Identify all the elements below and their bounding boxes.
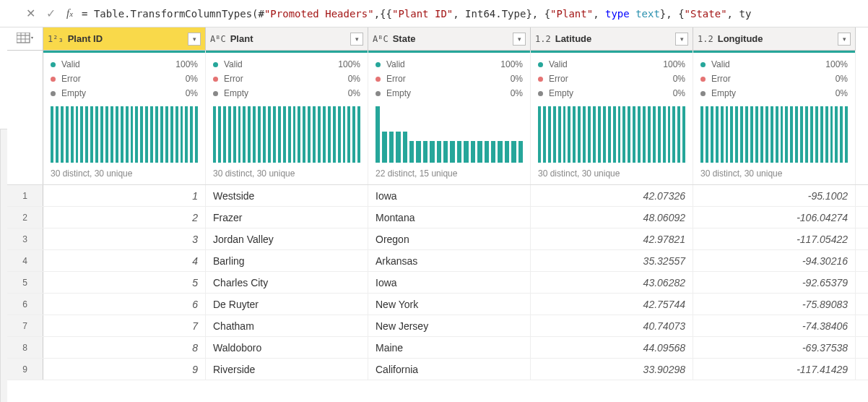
cell-state[interactable]: Iowa xyxy=(368,272,531,293)
column-filter-dropdown[interactable]: ▾ xyxy=(350,33,363,46)
row-number[interactable]: 7 xyxy=(7,315,43,336)
cell-plant-id[interactable]: 2 xyxy=(43,207,206,228)
cell-state[interactable]: Maine xyxy=(368,337,531,358)
cell-plant[interactable]: Frazer xyxy=(206,207,368,228)
formula-input[interactable]: = Table.TransformColumnTypes(#"Promoted … xyxy=(79,8,864,20)
cell-latitude[interactable]: 42.97821 xyxy=(531,228,693,249)
column-name: Latitude xyxy=(555,33,675,44)
column-filter-dropdown[interactable]: ▾ xyxy=(675,33,688,46)
cell-state[interactable]: Iowa xyxy=(368,185,531,206)
table-row[interactable]: 66De RuyterNew York42.75744-75.89083 xyxy=(7,294,868,315)
cell-latitude[interactable]: 40.74073 xyxy=(531,315,693,336)
cell-plant[interactable]: Westside xyxy=(206,185,368,206)
error-label: Error xyxy=(549,72,673,86)
column-name: State xyxy=(393,33,513,44)
cell-longitude[interactable]: -106.04274 xyxy=(693,207,856,228)
cell-latitude[interactable]: 48.06092 xyxy=(531,207,693,228)
column-header-plant[interactable]: AᴮCPlant▾ xyxy=(206,27,368,51)
cell-plant[interactable]: Riverside xyxy=(206,359,368,380)
distinct-summary: 30 distinct, 30 unique xyxy=(51,168,198,179)
cell-state[interactable]: Oregon xyxy=(368,228,531,249)
type-icon[interactable]: AᴮC xyxy=(210,34,226,44)
cell-latitude[interactable]: 35.32557 xyxy=(531,250,693,271)
empty-label: Empty xyxy=(224,86,348,100)
type-icon[interactable]: AᴮC xyxy=(373,34,389,44)
cell-latitude[interactable]: 33.90298 xyxy=(531,359,693,380)
cell-plant-id[interactable]: 7 xyxy=(43,315,206,336)
cell-longitude[interactable]: -95.1002 xyxy=(693,185,856,206)
column-header-state[interactable]: AᴮCState▾ xyxy=(368,27,531,51)
distinct-summary: 30 distinct, 30 unique xyxy=(700,168,848,179)
cell-longitude[interactable]: -69.37538 xyxy=(693,337,856,358)
column-header-latitude[interactable]: 1.2Latitude▾ xyxy=(531,27,693,51)
apply-formula-button[interactable]: ✓ xyxy=(40,4,61,24)
distinct-summary: 30 distinct, 30 unique xyxy=(213,168,360,179)
cell-longitude[interactable]: -94.30216 xyxy=(693,250,856,271)
table-row[interactable]: 33Jordan ValleyOregon42.97821-117.05422 xyxy=(7,228,868,250)
cancel-formula-button[interactable]: ✕ xyxy=(20,4,40,24)
table-row[interactable]: 77ChathamNew Jersey40.74073-74.38406 xyxy=(7,315,868,337)
type-icon[interactable]: 1.2 xyxy=(535,34,551,44)
cell-longitude[interactable]: -92.65379 xyxy=(693,272,856,293)
type-icon[interactable]: 1²₃ xyxy=(48,34,64,44)
cell-state[interactable]: New Jersey xyxy=(368,315,531,336)
cell-longitude[interactable]: -74.38406 xyxy=(693,315,856,336)
cell-plant-id[interactable]: 8 xyxy=(43,337,206,358)
row-number[interactable]: 9 xyxy=(7,359,43,380)
cell-latitude[interactable]: 44.09568 xyxy=(531,337,693,358)
valid-label: Valid xyxy=(549,57,663,72)
cell-latitude[interactable]: 42.07326 xyxy=(531,185,693,206)
cell-state[interactable]: New York xyxy=(368,294,531,315)
column-profile: Valid100%Error0%Empty0%30 distinct, 30 u… xyxy=(531,51,693,184)
row-number[interactable]: 1 xyxy=(7,185,43,206)
row-number[interactable]: 8 xyxy=(7,337,43,358)
cell-plant[interactable]: De Ruyter xyxy=(206,294,368,315)
cell-plant[interactable]: Barling xyxy=(206,250,368,271)
cell-plant-id[interactable]: 6 xyxy=(43,294,206,315)
cell-latitude[interactable]: 43.06282 xyxy=(531,272,693,293)
table-row[interactable]: 88WaldoboroMaine44.09568-69.37538 xyxy=(7,337,868,359)
row-number[interactable]: 6 xyxy=(7,294,43,315)
column-filter-dropdown[interactable]: ▾ xyxy=(513,33,526,46)
cell-plant-id[interactable]: 5 xyxy=(43,272,206,293)
table-row[interactable]: 55Charles CityIowa43.06282-92.65379 xyxy=(7,272,868,294)
cell-plant[interactable]: Charles City xyxy=(206,272,368,293)
table-icon[interactable] xyxy=(7,27,43,51)
cell-longitude[interactable]: -117.41429 xyxy=(693,359,856,380)
row-number[interactable]: 4 xyxy=(7,250,43,271)
column-filter-dropdown[interactable]: ▾ xyxy=(838,33,851,46)
row-number[interactable]: 2 xyxy=(7,207,43,228)
valid-label: Valid xyxy=(711,57,825,72)
cell-plant-id[interactable]: 4 xyxy=(43,250,206,271)
column-header-longitude[interactable]: 1.2Longitude▾ xyxy=(693,27,856,51)
cell-state[interactable]: California xyxy=(368,359,531,380)
cell-plant-id[interactable]: 9 xyxy=(43,359,206,380)
column-header-plant-id[interactable]: 1²₃Plant ID▾ xyxy=(43,27,206,51)
fx-icon[interactable]: fx xyxy=(61,7,79,20)
table-row[interactable]: 44BarlingArkansas35.32557-94.30216 xyxy=(7,250,868,272)
row-number[interactable]: 5 xyxy=(7,272,43,293)
cell-plant-id[interactable]: 3 xyxy=(43,228,206,249)
left-sidebar-tab[interactable] xyxy=(0,129,7,402)
row-number[interactable]: 3 xyxy=(7,228,43,249)
cell-plant[interactable]: Chatham xyxy=(206,315,368,336)
cell-longitude[interactable]: -117.05422 xyxy=(693,228,856,249)
cell-plant-id[interactable]: 1 xyxy=(43,185,206,206)
cell-state[interactable]: Montana xyxy=(368,207,531,228)
cell-plant[interactable]: Waldoboro xyxy=(206,337,368,358)
cell-latitude[interactable]: 42.75744 xyxy=(531,294,693,315)
type-icon[interactable]: 1.2 xyxy=(698,34,713,44)
empty-label: Empty xyxy=(711,86,836,100)
empty-label: Empty xyxy=(386,86,511,100)
distribution-histogram xyxy=(700,106,848,163)
column-name: Plant ID xyxy=(68,33,188,44)
column-filter-dropdown[interactable]: ▾ xyxy=(188,33,201,46)
table-row[interactable]: 22FrazerMontana48.06092-106.04274 xyxy=(7,207,868,228)
table-row[interactable]: 99RiversideCalifornia33.90298-117.41429 xyxy=(7,359,868,380)
column-name: Longitude xyxy=(718,33,838,44)
column-profile: Valid100%Error0%Empty0%30 distinct, 30 u… xyxy=(43,51,206,184)
cell-state[interactable]: Arkansas xyxy=(368,250,531,271)
table-row[interactable]: 11WestsideIowa42.07326-95.1002 xyxy=(7,185,868,207)
cell-longitude[interactable]: -75.89083 xyxy=(693,294,856,315)
cell-plant[interactable]: Jordan Valley xyxy=(206,228,368,249)
